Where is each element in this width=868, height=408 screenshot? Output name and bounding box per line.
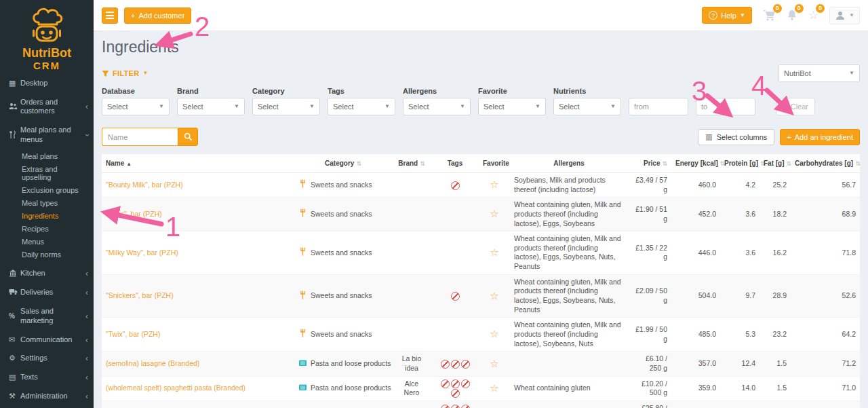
filter-field-brand: BrandSelect▼	[177, 87, 245, 115]
sidebar-item-exclusion-groups[interactable]: Exclusion groups	[0, 184, 94, 197]
sidebar-item-meal-plans-and-menus[interactable]: Meal plans and menus‹	[0, 121, 94, 149]
column-header-name[interactable]: Name▲	[102, 154, 294, 173]
desktop-icon: ▦	[9, 79, 20, 88]
nutrient-to-input[interactable]	[696, 98, 755, 115]
filter-select-category[interactable]: Select▼	[252, 98, 320, 115]
name-search-group	[102, 128, 198, 146]
filter-field-nutrients: NutrientsSelect▼	[553, 87, 621, 115]
select-columns-button[interactable]: ▥ Select columns	[698, 129, 774, 145]
ingredient-name-link[interactable]: (wholemeal spelt) spaghetti pasta (Brand…	[106, 384, 245, 392]
filter-select-brand[interactable]: Select▼	[177, 98, 245, 115]
help-button[interactable]: ? Help ▼	[702, 7, 752, 24]
user-avatar-icon	[835, 10, 846, 21]
column-header-carbohydrates-g[interactable]: Carbohydrates [g]⇅	[791, 154, 860, 173]
filter-label: Allergens	[403, 87, 471, 95]
ingredient-name-link[interactable]: "Twix", bar (PZH)	[106, 330, 160, 338]
ingredient-row: "Twix", bar (PZH)Sweets and snacks☆Wheat…	[102, 318, 860, 352]
protein-cell: 5.3	[745, 330, 755, 338]
carbohydrates-cell: 71.0	[842, 384, 856, 392]
notifications-button[interactable]: 0	[787, 10, 797, 21]
add-ingredient-button[interactable]: + Add an ingredient	[780, 129, 860, 145]
sidebar-item-kitchen[interactable]: Kitchen‹	[0, 264, 94, 284]
sweets-icon	[298, 291, 307, 302]
column-header-brand[interactable]: Brand⇅	[392, 154, 431, 173]
favorite-star-icon[interactable]: ☆	[490, 328, 498, 339]
filter-select-database[interactable]: Select▼	[102, 98, 170, 115]
favorite-star-icon[interactable]: ☆	[490, 290, 498, 301]
protein-cell: 3.6	[745, 210, 755, 218]
nutrient-from-input[interactable]	[629, 98, 688, 115]
ingredient-name-link[interactable]: "Bounty Milk", bar (PZH)	[106, 181, 183, 189]
user-menu-button[interactable]: ▼	[829, 7, 860, 24]
sidebar-item-menus[interactable]: Menus	[0, 236, 94, 248]
sidebar-item-settings[interactable]: ⚙Settings‹	[0, 349, 94, 368]
filter-toggle[interactable]: FILTER ▼	[102, 69, 149, 77]
column-header-protein-g[interactable]: Protein [g]⇅	[720, 154, 760, 173]
diet-restriction-icon	[441, 360, 450, 369]
sidebar-item-meal-plans[interactable]: Meal plans	[0, 150, 94, 163]
sidebar-item-orders-and-customers[interactable]: Orders and customers‹	[0, 93, 94, 122]
filter-select-tags[interactable]: Select▼	[328, 98, 395, 115]
fat-cell: 25.2	[773, 181, 787, 189]
sidebar-item-meal-types[interactable]: Meal types	[0, 197, 94, 210]
filter-head: FILTER ▼ NutriBot ▼	[102, 64, 860, 82]
protein-cell: 3.6	[745, 248, 755, 257]
column-header-category[interactable]: Category⇅	[294, 154, 392, 173]
filter-field-category: CategorySelect▼	[252, 87, 320, 115]
columns-icon: ▥	[705, 133, 712, 141]
sidebar-item-ingredients[interactable]: Ingredients	[0, 210, 94, 223]
chevron-left-icon: ‹	[85, 103, 88, 111]
favorite-star-icon[interactable]: ☆	[490, 208, 498, 219]
filter-label: Nutrients	[553, 87, 621, 95]
envelope-icon: ✉	[9, 335, 20, 345]
sidebar-item-communication[interactable]: ✉Communication‹	[0, 331, 94, 350]
sidebar-item-deliveries[interactable]: Deliveries‹	[0, 283, 94, 302]
ingredient-name-link[interactable]: (semolina) lasagne (Branded)	[106, 359, 199, 367]
column-header-price[interactable]: Price⇅	[628, 154, 671, 173]
filter-select-nutrients[interactable]: Select▼	[553, 98, 621, 115]
add-customer-button[interactable]: + Add customer	[124, 7, 191, 24]
search-button[interactable]	[178, 128, 198, 146]
chevron-down-icon: ▼	[384, 104, 390, 109]
chevron-left-icon: ‹	[85, 336, 88, 344]
favorites-button[interactable]: ☆ 0	[808, 10, 818, 21]
ingredient-name-link[interactable]: "Snickers", bar (PZH)	[106, 291, 174, 299]
ingredient-name-link[interactable]: "Mars", bar (PZH)	[106, 210, 162, 218]
favorite-star-icon[interactable]: ☆	[490, 382, 498, 394]
fat-cell: 23.2	[773, 330, 787, 338]
sidebar-item-administration[interactable]: ⚒Administration‹	[0, 387, 94, 406]
clear-filters-button[interactable]: ×Clear	[776, 98, 815, 115]
filter-select-favorite[interactable]: Select▼	[478, 98, 546, 115]
sort-icon: ⇅	[787, 160, 792, 167]
protein-cell: 9.7	[745, 291, 755, 299]
allergens-cell: Wheat containing gluten, Milk and produc…	[514, 320, 621, 347]
workspace-select[interactable]: NutriBot ▼	[778, 64, 860, 82]
filter-label: Database	[102, 87, 170, 95]
sidebar-item-extras-and-upselling[interactable]: Extras and upselling	[0, 163, 94, 184]
sidebar-item-texts[interactable]: ▤Texts‹	[0, 368, 94, 387]
ingredient-row: "Snickers", bar (PZH)Sweets and snacks☆W…	[102, 274, 860, 318]
sidebar-item-desktop[interactable]: ▦Desktop	[0, 74, 94, 93]
favorite-star-icon[interactable]: ☆	[490, 358, 498, 369]
filter-select-allergens[interactable]: Select▼	[403, 98, 471, 115]
favorite-star-icon[interactable]: ☆	[490, 179, 498, 190]
energy-cell: 452.0	[698, 210, 716, 218]
sidebar-item-sales-and-marketing[interactable]: %Sales and marketing‹	[0, 302, 94, 331]
notifications-badge: 0	[795, 4, 804, 13]
cart-button[interactable]: 0	[763, 10, 776, 21]
sweets-icon	[298, 208, 307, 220]
sidebar-item-daily-norms[interactable]: Daily norms	[0, 248, 94, 261]
favorites-badge: 0	[816, 4, 825, 13]
diet-restriction-icon	[451, 389, 460, 398]
sidebar-item-recipes[interactable]: Recipes	[0, 223, 94, 236]
sidebar-toggle-button[interactable]	[102, 7, 118, 24]
filter-label: Tags	[328, 87, 395, 95]
favorite-star-icon[interactable]: ☆	[490, 246, 498, 258]
chevron-left-icon: ‹	[85, 270, 88, 278]
column-header-energy-kcal[interactable]: Energy [kcal]⇅	[671, 154, 720, 173]
name-search-input[interactable]	[102, 128, 178, 146]
allergens-cell: Wheat containing gluten, Milk and produc…	[514, 200, 621, 227]
diet-restriction-icon	[451, 181, 460, 190]
ingredient-name-link[interactable]: "Milky Way", bar (PZH)	[106, 248, 178, 257]
column-header-fat-g[interactable]: Fat [g]⇅	[760, 154, 791, 173]
